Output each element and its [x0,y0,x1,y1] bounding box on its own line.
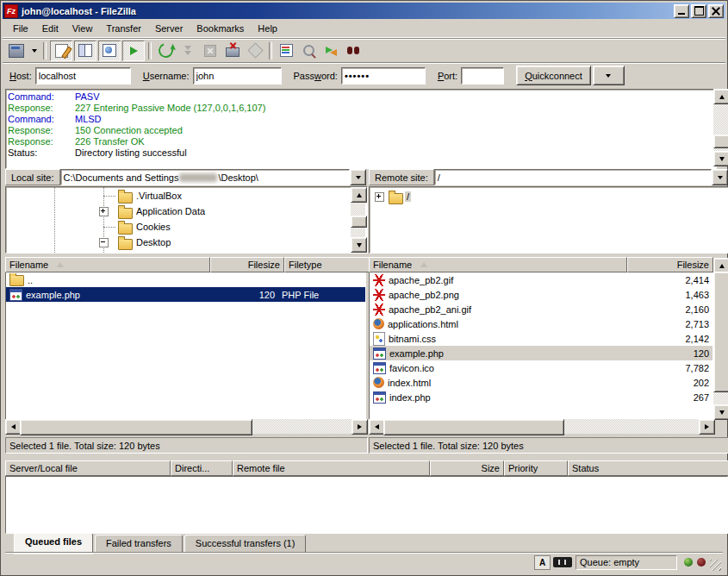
data-type-indicator-icon[interactable]: A [534,555,551,570]
column-header-status[interactable]: Status [568,460,728,476]
column-header-size[interactable]: Size [430,460,504,476]
local-site-combo[interactable]: C:\Documents and Settings\Desktop\ [60,169,350,185]
column-header-filesize[interactable]: Filesize [627,257,713,272]
column-header-filename[interactable]: Filename [369,257,627,272]
scrollbar-thumb[interactable] [383,419,564,435]
toggle-message-log-button[interactable] [50,41,72,61]
toggle-remote-tree-button[interactable] [98,41,121,61]
menu-server[interactable]: Server [148,21,190,36]
host-input[interactable] [35,67,131,85]
cancel-operation-button[interactable] [200,41,221,60]
tree-item-application-data[interactable]: Application Data [6,203,352,219]
toolbar [3,38,725,62]
expand-icon[interactable] [375,192,384,202]
quickconnect-button[interactable]: Quickconnect [516,66,591,85]
tab-successful-transfers[interactable]: Successful transfers (1) [184,535,307,553]
reconnect-button[interactable] [245,41,265,60]
toggle-local-tree-button[interactable] [74,41,96,61]
menu-file[interactable]: File [6,21,35,36]
username-input[interactable] [193,67,282,85]
tree-item-desktop[interactable]: Desktop [6,235,352,250]
remote-list-hscrollbar[interactable] [369,419,713,434]
process-queue-icon [183,45,193,56]
menu-help[interactable]: Help [251,21,284,36]
file-row[interactable]: applications.html2,713 [370,316,712,331]
file-row[interactable]: index.html202 [370,375,712,390]
find-files-button[interactable] [343,41,364,60]
remote-list-scrollbar[interactable] [713,258,728,419]
local-directory-tree: .VirtualBox Application Data Cookies Des… [5,186,368,254]
log-scrollbar[interactable] [713,89,728,166]
refresh-button[interactable] [155,41,176,60]
local-site-dropdown[interactable] [350,169,366,185]
scroll-down-button[interactable] [713,404,728,420]
tree-item-root[interactable]: / [370,189,713,204]
minimize-button[interactable] [674,4,689,18]
scrollbar-thumb[interactable] [351,216,367,228]
tab-failed-transfers[interactable]: Failed transfers [95,535,183,553]
php-file-icon [9,289,22,301]
expand-icon[interactable] [99,207,109,216]
scrollbar-thumb[interactable] [713,272,728,392]
log-entry: Status:Directory listing successful [8,147,716,159]
username-label: Username: [143,71,190,81]
file-row-parent-dir[interactable]: .. [6,272,365,287]
tree-item-virtualbox[interactable]: .VirtualBox [6,188,352,203]
menu-bookmarks[interactable]: Bookmarks [190,21,251,36]
file-row[interactable]: index.php267 [370,390,712,404]
scroll-up-button[interactable] [351,187,367,203]
scroll-right-button[interactable] [352,419,368,435]
column-header-remote-file[interactable]: Remote file [233,460,430,476]
toggle-transfer-queue-button[interactable] [122,41,145,61]
file-row[interactable]: bitnami.css2,142 [370,331,712,346]
remote-site-combo[interactable]: / [434,169,712,185]
remote-site-dropdown[interactable] [712,169,728,185]
file-row[interactable]: apache_pb2_ani.gif2,160 [370,302,712,316]
file-row[interactable]: favicon.ico7,782 [370,360,712,375]
column-header-direction[interactable]: Directi... [171,460,233,476]
menu-view[interactable]: View [65,21,100,36]
column-header-filetype[interactable]: Filetype [284,257,383,272]
tab-queued-files[interactable]: Queued files [14,533,93,553]
menu-edit[interactable]: Edit [35,21,65,36]
file-row-example-php[interactable]: example.php 120 PHP File 1 [6,287,365,302]
close-button[interactable] [708,4,724,18]
scrollbar-thumb[interactable] [20,419,252,435]
site-manager-button[interactable] [6,41,27,60]
collapse-icon[interactable] [99,238,109,247]
quickconnect-dropdown-button[interactable] [593,66,625,85]
toolbar-separator [148,42,152,59]
scrollbar-thumb[interactable] [713,135,728,148]
menu-transfer[interactable]: Transfer [99,21,148,36]
scroll-down-button[interactable] [713,151,728,166]
column-header-filesize[interactable]: Filesize [210,257,284,272]
local-list-hscrollbar[interactable] [5,419,366,434]
maximize-button[interactable] [691,4,706,18]
scroll-down-button[interactable] [351,237,367,253]
column-header-server-local-file[interactable]: Server/Local file [5,460,171,476]
directory-filters-button[interactable] [276,41,296,60]
synchronized-browsing-button[interactable] [320,41,341,60]
column-header-priority[interactable]: Priority [504,460,568,476]
file-row[interactable]: apache_pb2.png1,463 [370,287,712,302]
filter-icon [280,44,293,57]
directory-comparison-button[interactable] [298,41,319,60]
transfer-queue-list[interactable] [5,476,728,534]
file-row-selected[interactable]: example.php120 [370,346,712,360]
file-row[interactable]: apache_pb2.gif2,414 [370,272,712,287]
password-input[interactable] [341,67,426,85]
port-input[interactable] [461,67,504,85]
site-manager-dropdown-button[interactable] [28,41,40,60]
folder-icon [118,239,133,250]
column-header-filename[interactable]: Filename [5,257,210,272]
local-tree-scrollbar[interactable] [351,187,365,251]
menu-bar: File Edit View Transfer Server Bookmarks… [3,19,725,38]
disconnect-button[interactable] [222,41,243,60]
process-queue-button[interactable] [177,41,198,60]
tree-item-cookies[interactable]: Cookies [6,219,352,235]
scroll-right-button[interactable] [699,419,715,435]
resize-grip[interactable] [710,560,721,571]
remote-status-bar: Selected 1 file. Total size: 120 bytes [369,437,728,454]
speed-limit-icon[interactable] [553,557,572,567]
scroll-up-button[interactable] [713,89,728,104]
